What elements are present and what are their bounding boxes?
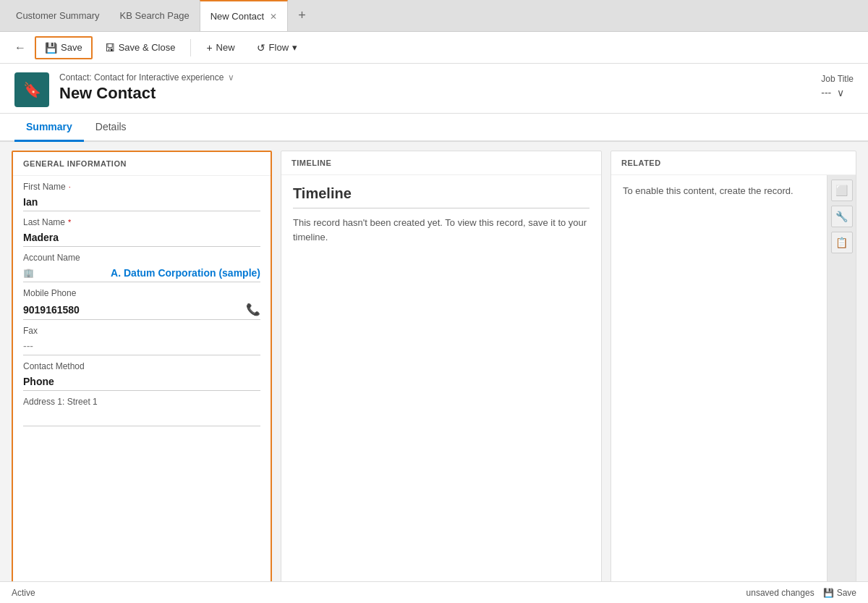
account-name-value[interactable]: 🏢 A. Datum Corporation (sample) [23,264,260,282]
account-name-label: Account Name [23,253,260,263]
record-type: Contact: Contact for Interactive experie… [59,72,854,83]
related-sidebar-btn-3[interactable]: 📋 [831,232,853,253]
record-avatar: 🔖 [14,72,49,107]
last-name-value[interactable]: Madera [23,229,260,247]
last-name-label: Last Name * [23,217,260,227]
record-title: New Contact [59,84,854,103]
related-message: To enable this content, create the recor… [611,175,827,602]
form-section: First Name · Ian Last Name * Madera Acco… [13,176,271,435]
status-save-icon: 💾 [823,588,834,598]
address-value[interactable] [23,408,260,426]
fax-field: Fax --- [23,326,260,358]
status-save-button[interactable]: 💾 Save [823,588,856,598]
job-title-value: --- ∨ [821,87,854,98]
job-title-expand-icon[interactable]: ∨ [837,87,844,98]
related-panel: RELATED To enable this content, create t… [610,151,856,602]
command-bar: ← 💾 Save 🖫 Save & Close + New ↺ Flow ▾ [0,32,868,64]
status-right: unsaved changes 💾 Save [746,588,856,598]
save-icon: 💾 [45,42,57,54]
contact-method-label: Contact Method [23,361,260,371]
back-button[interactable]: ← [9,38,32,57]
divider [190,39,191,56]
status-label: Active [12,588,35,598]
record-type-chevron[interactable]: ∨ [228,72,234,83]
record-info: Contact: Contact for Interactive experie… [59,72,854,103]
address-field: Address 1: Street 1 [23,397,260,429]
flow-dropdown-icon: ▾ [292,42,297,53]
last-name-field: Last Name * Madera [23,217,260,250]
first-name-field: First Name · Ian [23,182,260,214]
timeline-header: TIMELINE [281,151,601,175]
timeline-title: Timeline [293,185,590,202]
flow-button[interactable]: ↺ Flow ▾ [247,37,307,59]
job-title-label: Job Title [821,74,854,84]
new-icon: + [206,42,212,54]
first-name-required: · [69,182,71,191]
timeline-divider [293,208,590,208]
tab-customer-summary[interactable]: Customer Summary [6,0,110,31]
close-tab-icon[interactable]: ✕ [270,12,277,22]
unsaved-changes-label: unsaved changes [746,588,814,598]
related-header: RELATED [611,151,856,175]
fax-value[interactable]: --- [23,337,260,355]
last-name-required: * [68,218,71,227]
related-sidebar-btn-2[interactable]: 🔧 [831,206,853,227]
tab-details[interactable]: Details [84,114,138,142]
timeline-panel: TIMELINE Timeline This record hasn't bee… [281,151,602,602]
flow-icon: ↺ [257,42,265,54]
related-sidebar: ⬜ 🔧 📋 [827,175,856,602]
mobile-phone-label: Mobile Phone [23,288,260,298]
timeline-message: This record hasn't been created yet. To … [293,216,590,244]
related-sidebar-btn-1[interactable]: ⬜ [831,180,853,201]
save-close-button[interactable]: 🖫 Save & Close [95,37,185,59]
phone-icon[interactable]: 📞 [246,303,260,316]
related-content: To enable this content, create the recor… [611,175,856,602]
status-bar: Active unsaved changes 💾 Save [0,581,868,603]
save-close-icon: 🖫 [105,42,115,54]
tab-new-contact[interactable]: New Contact ✕ [200,0,288,31]
mobile-phone-value[interactable]: 9019161580 📞 [23,300,260,320]
new-button[interactable]: + New [197,37,244,59]
account-name-field: Account Name 🏢 A. Datum Corporation (sam… [23,253,260,285]
form-tabs: Summary Details [0,114,868,142]
fax-label: Fax [23,326,260,336]
address-label: Address 1: Street 1 [23,397,260,407]
contact-method-value[interactable]: Phone [23,373,260,391]
general-info-panel: GENERAL INFORMATION First Name · Ian Las… [12,151,272,602]
record-header: 🔖 Contact: Contact for Interactive exper… [0,64,868,114]
contact-method-field: Contact Method Phone [23,361,260,394]
general-info-header: GENERAL INFORMATION [13,152,271,176]
tab-kb-search[interactable]: KB Search Page [110,0,200,31]
tab-bar: Customer Summary KB Search Page New Cont… [0,0,868,32]
first-name-label: First Name · [23,182,260,192]
account-link-icon: 🏢 [23,268,34,278]
job-title-section: Job Title --- ∨ [821,74,854,98]
tab-summary[interactable]: Summary [14,114,84,142]
timeline-content: Timeline This record hasn't been created… [281,175,601,254]
mobile-phone-field: Mobile Phone 9019161580 📞 [23,288,260,323]
save-button[interactable]: 💾 Save [35,36,93,59]
first-name-value[interactable]: Ian [23,193,260,211]
main-content: GENERAL INFORMATION First Name · Ian Las… [0,142,868,603]
add-tab-button[interactable]: + [292,8,312,23]
